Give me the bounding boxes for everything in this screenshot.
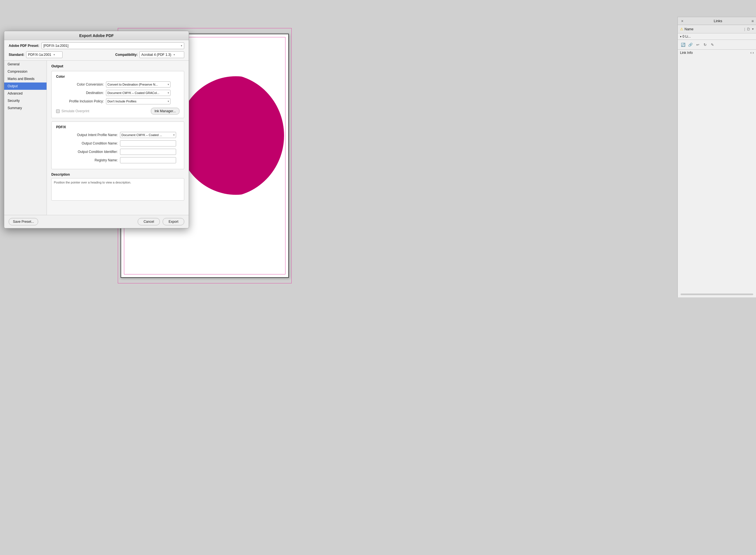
description-placeholder: Position the pointer over a heading to v… (54, 181, 131, 184)
destination-value: Document CMYK – Coated GRACol... (107, 91, 167, 94)
output-intent-label: Output Intent Profile Name: (56, 133, 118, 137)
export-pdf-dialog: Export Adobe PDF Adobe PDF Preset: [PDF/… (4, 31, 189, 228)
links-panel: × Links ≡ ⚠ Name | 🗋 ▾ ▾ 0 Li... 🔄 🔗 ↩ ↻… (677, 17, 756, 297)
preset-row: Adobe PDF Preset: [PDF/X-1a:2001] ▾ (4, 40, 189, 50)
link-chevron-left[interactable]: ‹ (750, 51, 752, 55)
simulate-overprint-label: Simulate Overprint (61, 109, 89, 113)
destination-row: Destination: Document CMYK – Coated GRAC… (56, 90, 180, 96)
link-edit-icon[interactable]: ✎ (709, 42, 715, 48)
description-title: Description (51, 173, 184, 176)
links-panel-title: Links (714, 19, 722, 23)
compat-group: Compatibility: Acrobat 4 (PDF 1.3) ▾ (115, 51, 184, 58)
sidebar-item-marks-bleeds[interactable]: Marks and Bleeds (4, 75, 47, 83)
links-warning-icon: ⚠ (680, 27, 683, 31)
dialog-body: General Compression Marks and Bleeds Out… (4, 60, 189, 215)
links-panel-close-icon[interactable]: × (680, 19, 684, 23)
dialog-content-area: Output Color Color Conversion: Convert t… (47, 60, 189, 215)
export-label: Export (169, 220, 178, 224)
color-conversion-label: Color Conversion: (56, 83, 104, 86)
overprint-left: Simulate Overprint (56, 109, 89, 113)
standard-group: Standard: PDF/X-1a:2001 ▾ (9, 51, 62, 58)
links-page-icon[interactable]: 🗋 (747, 27, 750, 31)
save-preset-label: Save Preset... (13, 220, 34, 224)
dialog-titlebar: Export Adobe PDF (4, 31, 189, 40)
profile-inclusion-row: Profile Inclusion Policy: Don't Include … (56, 98, 180, 104)
color-section-title: Color (56, 75, 180, 79)
color-section: Color Color Conversion: Convert to Desti… (51, 71, 184, 118)
output-condition-identifier-row: Output Condition Identifier: (56, 149, 180, 155)
destination-label: Destination: (56, 91, 104, 95)
footer-right: Cancel Export (138, 218, 184, 225)
sidebar-item-output[interactable]: Output (4, 83, 47, 90)
description-section: Description Position the pointer over a … (51, 173, 184, 201)
preset-select[interactable]: [PDF/X-1a:2001] ▾ (42, 42, 184, 49)
output-intent-value: Document CMYK – Coated ... (122, 133, 172, 137)
pdfx-title: PDF/X (56, 125, 180, 129)
description-box: Position the pointer over a heading to v… (51, 178, 184, 201)
sidebar-item-general[interactable]: General (4, 60, 47, 68)
cancel-label: Cancel (144, 220, 154, 224)
compat-select[interactable]: Acrobat 4 (PDF 1.3) ▾ (139, 51, 184, 58)
profile-inclusion-select[interactable]: Don't Include Profiles ▾ (106, 98, 171, 104)
content-section-title: Output (51, 64, 184, 68)
color-conversion-arrow: ▾ (168, 83, 169, 86)
links-panel-titlebar: × Links ≡ (678, 17, 756, 25)
output-condition-identifier-input[interactable] (120, 149, 176, 155)
pdfx-section: PDF/X Output Intent Profile Name: Docume… (51, 122, 184, 169)
preset-dropdown-arrow: ▾ (181, 44, 182, 47)
output-condition-name-row: Output Condition Name: (56, 140, 180, 146)
standard-select[interactable]: PDF/X-1a:2001 ▾ (26, 51, 62, 58)
link-relink-icon[interactable]: 🔄 (680, 42, 686, 48)
sidebar-item-compression[interactable]: Compression (4, 68, 47, 75)
links-panel-menu-icon[interactable]: ≡ (752, 19, 754, 23)
link-info-row: Link Info ‹ › (678, 50, 756, 56)
links-name-label: Name (684, 27, 694, 31)
output-condition-identifier-label: Output Condition Identifier: (56, 150, 118, 154)
links-arrow-icon[interactable]: ▾ (752, 27, 754, 31)
registry-name-input[interactable] (120, 157, 176, 163)
destination-select[interactable]: Document CMYK – Coated GRACol... ▾ (106, 90, 171, 96)
links-panel-header: ⚠ Name | 🗋 ▾ (678, 25, 756, 33)
link-chevron-right[interactable]: › (753, 51, 754, 55)
output-condition-name-input[interactable] (120, 140, 176, 146)
links-panel-icon-group: | 🗋 ▾ (744, 27, 754, 31)
registry-name-label: Registry Name: (56, 158, 118, 162)
output-intent-select[interactable]: Document CMYK – Coated ... ▾ (120, 132, 176, 138)
cancel-button[interactable]: Cancel (138, 218, 160, 225)
sidebar-item-security[interactable]: Security (4, 97, 47, 104)
export-button[interactable]: Export (162, 218, 184, 225)
standard-dropdown-arrow: ▾ (54, 53, 55, 56)
dialog-footer: Save Preset... Cancel Export (4, 215, 189, 228)
output-intent-row: Output Intent Profile Name: Document CMY… (56, 132, 180, 138)
expand-arrow[interactable]: ▾ (680, 35, 681, 38)
links-actions-row: 🔄 🔗 ↩ ↻ ✎ (678, 40, 756, 50)
sidebar-item-summary[interactable]: Summary (4, 104, 47, 112)
output-condition-name-label: Output Condition Name: (56, 141, 118, 145)
compat-dropdown-arrow: ▾ (174, 53, 175, 56)
link-update-icon[interactable]: ↩ (695, 42, 701, 48)
links-icon-separator: | (744, 27, 745, 31)
sidebar-item-advanced[interactable]: Advanced (4, 90, 47, 97)
save-preset-button[interactable]: Save Preset... (9, 218, 38, 225)
output-intent-arrow: ▾ (173, 134, 175, 136)
ink-manager-label: Ink Manager... (154, 109, 176, 113)
link-info-arrows: ‹ › (750, 51, 754, 55)
link-info-label: Link Info (680, 51, 693, 55)
destination-arrow: ▾ (168, 91, 169, 94)
link-refresh-icon[interactable]: ↻ (702, 42, 708, 48)
dialog-title: Export Adobe PDF (79, 33, 113, 38)
simulate-overprint-checkbox[interactable] (56, 110, 60, 113)
links-count-row: ▾ 0 Li... (678, 33, 756, 40)
links-scrollbar[interactable] (680, 294, 753, 295)
compat-label: Compatibility: (115, 53, 138, 57)
preset-select-value: [PDF/X-1a:2001] (43, 44, 68, 48)
standard-select-value: PDF/X-1a:2001 (28, 53, 51, 57)
profile-inclusion-value: Don't Include Profiles (107, 99, 167, 103)
color-conversion-select[interactable]: Convert to Destination (Preserve N... ▾ (106, 81, 171, 88)
ink-manager-button[interactable]: Ink Manager... (151, 108, 180, 115)
link-goto-icon[interactable]: 🔗 (687, 42, 694, 48)
links-panel-header-name: ⚠ Name (680, 27, 744, 31)
standard-compat-row: Standard: PDF/X-1a:2001 ▾ Compatibility:… (4, 50, 189, 60)
dialog-sidebar: General Compression Marks and Bleeds Out… (4, 60, 47, 215)
compat-select-value: Acrobat 4 (PDF 1.3) (141, 53, 171, 57)
